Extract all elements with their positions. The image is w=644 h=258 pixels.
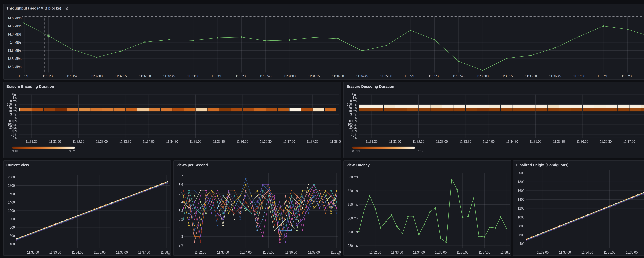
svg-text:11:31:30: 11:31:30 xyxy=(366,139,378,144)
svg-text:11:35:15: 11:35:15 xyxy=(404,74,416,78)
svg-text:600: 600 xyxy=(519,233,524,237)
svg-text:2000: 2000 xyxy=(518,170,524,175)
svg-text:11:32:00: 11:32:00 xyxy=(49,139,61,144)
svg-text:290 ms: 290 ms xyxy=(348,230,358,234)
svg-text:11:33:30: 11:33:30 xyxy=(236,74,247,78)
svg-text:11:35:45: 11:35:45 xyxy=(452,74,464,78)
svg-text:11:36:30: 11:36:30 xyxy=(525,74,537,78)
svg-text:1200: 1200 xyxy=(8,208,15,212)
svg-text:1800: 1800 xyxy=(518,180,524,184)
svg-text:11:37:15: 11:37:15 xyxy=(597,74,609,78)
svg-text:13.8 MB/s: 13.8 MB/s xyxy=(8,48,22,52)
svg-text:3.2: 3.2 xyxy=(179,217,183,221)
svg-text:11:36:30: 11:36:30 xyxy=(260,139,272,144)
svg-text:310 ms: 310 ms xyxy=(348,202,358,206)
svg-text:11:32:00: 11:32:00 xyxy=(194,250,206,254)
svg-text:11:33:00: 11:33:00 xyxy=(436,139,448,144)
svg-text:11:36:00: 11:36:00 xyxy=(236,139,248,144)
svg-text:11:36:15: 11:36:15 xyxy=(501,74,512,78)
svg-text:3.5: 3.5 xyxy=(179,191,183,195)
svg-text:14.3 MB/s: 14.3 MB/s xyxy=(8,32,22,36)
svg-text:3.18: 3.18 xyxy=(12,149,18,153)
svg-text:11:33:00: 11:33:00 xyxy=(96,139,108,144)
svg-text:1400: 1400 xyxy=(8,200,15,204)
svg-text:3.62: 3.62 xyxy=(69,149,75,153)
svg-text:330 ms: 330 ms xyxy=(348,175,358,179)
svg-text:11:36:00: 11:36:00 xyxy=(477,74,488,78)
svg-text:14.5 MB/s: 14.5 MB/s xyxy=(8,24,22,28)
svg-text:11:31:45: 11:31:45 xyxy=(66,74,78,78)
svg-text:800: 800 xyxy=(10,225,15,229)
svg-text:11:33:00: 11:33:00 xyxy=(49,250,61,254)
svg-text:11:32:00: 11:32:00 xyxy=(389,139,401,144)
svg-text:11:32:00: 11:32:00 xyxy=(91,74,102,78)
svg-text:280 ms: 280 ms xyxy=(348,243,358,248)
svg-text:11:33:00: 11:33:00 xyxy=(559,250,571,254)
svg-text:11:32:30: 11:32:30 xyxy=(139,74,151,78)
svg-text:1200: 1200 xyxy=(518,206,524,210)
svg-text:14 MB/s: 14 MB/s xyxy=(10,40,22,44)
svg-text:3.3: 3.3 xyxy=(179,208,183,212)
svg-text:1600: 1600 xyxy=(8,192,15,196)
svg-text:11:33:30: 11:33:30 xyxy=(119,139,131,144)
svg-text:11:31:15: 11:31:15 xyxy=(18,74,30,78)
svg-text:11:36:00: 11:36:00 xyxy=(576,139,588,144)
svg-text:1000: 1000 xyxy=(518,215,524,219)
svg-text:1800: 1800 xyxy=(8,183,15,188)
svg-text:11:37:00: 11:37:00 xyxy=(308,250,320,254)
svg-text:13.3 MB/s: 13.3 MB/s xyxy=(8,64,22,69)
svg-text:400: 400 xyxy=(10,242,15,246)
svg-text:11:34:00: 11:34:00 xyxy=(240,250,252,254)
svg-text:11:34:30: 11:34:30 xyxy=(166,139,178,144)
svg-text:2.9: 2.9 xyxy=(179,243,183,247)
svg-text:11:32:45: 11:32:45 xyxy=(163,74,175,78)
svg-text:11:37:00: 11:37:00 xyxy=(573,74,585,78)
svg-text:13.5 MB/s: 13.5 MB/s xyxy=(8,56,22,61)
svg-text:11:33:45: 11:33:45 xyxy=(260,74,272,78)
svg-text:11:37:00: 11:37:00 xyxy=(623,139,635,144)
svg-text:800: 800 xyxy=(519,224,524,228)
svg-text:11:36:00: 11:36:00 xyxy=(626,250,638,254)
svg-text:11:35:00: 11:35:00 xyxy=(262,250,274,254)
svg-text:11:33:15: 11:33:15 xyxy=(211,74,223,78)
svg-text:3.6: 3.6 xyxy=(179,182,183,186)
svg-text:14.8 MB/s: 14.8 MB/s xyxy=(8,16,22,20)
svg-text:2000: 2000 xyxy=(8,175,15,179)
svg-text:11:35:00: 11:35:00 xyxy=(530,139,542,144)
svg-text:11:32:00: 11:32:00 xyxy=(537,250,549,254)
svg-text:11:36:45: 11:36:45 xyxy=(549,74,561,78)
svg-text:3: 3 xyxy=(181,234,183,238)
svg-text:11:36:00: 11:36:00 xyxy=(116,250,128,254)
svg-text:11:34:00: 11:34:00 xyxy=(71,250,83,254)
svg-text:11:35:00: 11:35:00 xyxy=(604,250,616,254)
svg-text:11:32:00: 11:32:00 xyxy=(27,250,39,254)
svg-text:169: 169 xyxy=(418,149,423,153)
svg-text:11:38:00: 11:38:00 xyxy=(330,139,341,144)
svg-text:11:37:00: 11:37:00 xyxy=(478,250,490,254)
svg-text:11:33:00: 11:33:00 xyxy=(391,250,403,254)
svg-text:11:35:00: 11:35:00 xyxy=(94,250,106,254)
svg-text:1400: 1400 xyxy=(518,197,524,201)
svg-text:11:32:30: 11:32:30 xyxy=(412,139,424,144)
svg-text:11:34:30: 11:34:30 xyxy=(506,139,518,144)
svg-text:11:34:00: 11:34:00 xyxy=(413,250,425,254)
svg-text:11:36:30: 11:36:30 xyxy=(600,139,612,144)
svg-text:1000: 1000 xyxy=(8,217,15,221)
svg-text:11:37:00: 11:37:00 xyxy=(283,139,295,144)
svg-text:11:34:30: 11:34:30 xyxy=(332,74,344,78)
svg-text:3.1: 3.1 xyxy=(179,226,183,230)
svg-text:11:34:00: 11:34:00 xyxy=(582,250,593,254)
svg-text:0 s: 0 s xyxy=(353,136,357,140)
svg-text:11:36:00: 11:36:00 xyxy=(285,250,297,254)
svg-text:11:34:00: 11:34:00 xyxy=(284,74,296,78)
svg-text:11:34:00: 11:34:00 xyxy=(143,139,154,144)
svg-text:11:32:30: 11:32:30 xyxy=(72,139,84,144)
svg-text:3.7: 3.7 xyxy=(179,174,183,178)
svg-text:11:31:30: 11:31:30 xyxy=(26,139,38,144)
svg-text:1600: 1600 xyxy=(518,188,524,192)
svg-text:11:34:45: 11:34:45 xyxy=(356,74,368,78)
svg-text:0 s: 0 s xyxy=(12,136,16,140)
svg-text:11:36:00: 11:36:00 xyxy=(456,250,468,254)
svg-text:600: 600 xyxy=(10,234,15,238)
svg-text:11:35:30: 11:35:30 xyxy=(428,74,440,78)
